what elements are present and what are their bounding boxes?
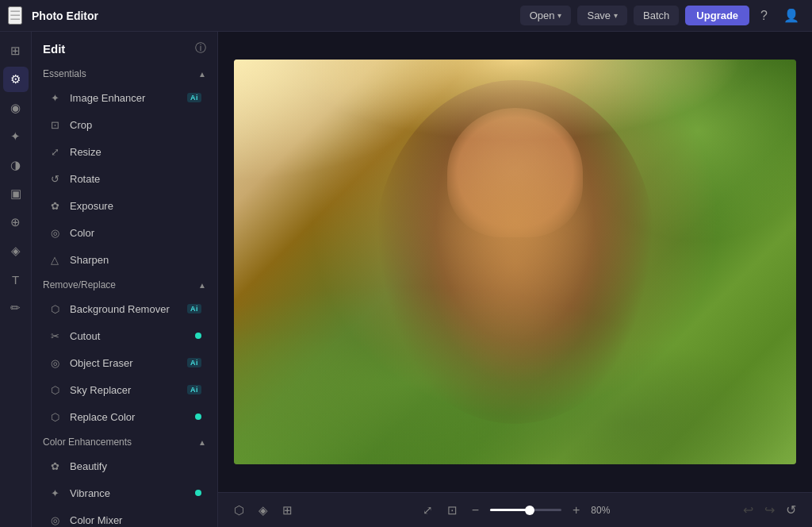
bottom-left-tools: ⬡ ◈ ⊞ bbox=[231, 500, 296, 521]
sidebar-item-replace-color[interactable]: ⬡ Replace Color bbox=[36, 404, 213, 429]
cutout-icon: ✂ bbox=[48, 329, 62, 343]
sidebar-item-cutout[interactable]: ✂ Cutout bbox=[36, 323, 213, 348]
color-enhancements-chevron-icon: ▲ bbox=[198, 438, 206, 447]
info-icon[interactable]: ⓘ bbox=[195, 41, 206, 56]
section-label-color-enhancements: Color Enhancements bbox=[43, 437, 132, 448]
rail-icon-adjustments[interactable]: ⚙ bbox=[3, 67, 29, 92]
canvas-area: ⬡ ◈ ⊞ ⤢ ⊡ − + 80% ↩ ↪ ↺ bbox=[218, 32, 812, 527]
section-label-essentials: Essentials bbox=[43, 68, 86, 79]
rail-icon-effects[interactable]: ✦ bbox=[3, 124, 29, 149]
background-remover-icon: ⬡ bbox=[48, 302, 62, 316]
zoom-in-button[interactable]: + bbox=[569, 502, 583, 519]
section-header-color-enhancements[interactable]: Color Enhancements ▲ bbox=[32, 430, 217, 452]
sharpen-icon: △ bbox=[48, 252, 62, 267]
zoom-out-button[interactable]: − bbox=[469, 502, 482, 519]
rail-icon-eye[interactable]: ◉ bbox=[3, 95, 29, 121]
menu-icon-button[interactable]: ☰ bbox=[8, 6, 22, 25]
object-eraser-icon: ◎ bbox=[48, 356, 62, 370]
zoom-controls: ⤢ ⊡ − + 80% bbox=[419, 500, 617, 521]
sidebar-item-background-remover[interactable]: ⬡ Background Remover Ai bbox=[36, 296, 213, 321]
color-mixer-icon: ◎ bbox=[48, 513, 62, 527]
help-icon-button[interactable]: ? bbox=[756, 6, 772, 26]
save-button[interactable]: Save ▾ bbox=[577, 6, 627, 25]
color-icon: ◎ bbox=[48, 225, 62, 240]
redo-button[interactable]: ↪ bbox=[761, 499, 778, 521]
vibrance-dot-badge bbox=[195, 490, 201, 496]
replace-color-dot-badge bbox=[195, 414, 201, 420]
rail-icon-text[interactable]: T bbox=[3, 267, 29, 292]
photo-image bbox=[234, 60, 796, 464]
background-remover-ai-badge: Ai bbox=[187, 304, 201, 314]
object-eraser-label: Object Eraser bbox=[70, 357, 179, 369]
topbar: ☰ Photo Editor Open ▾ Save ▾ Batch Upgra… bbox=[0, 0, 812, 32]
rail-icon-draw[interactable]: ✏ bbox=[3, 295, 29, 321]
shape-tool-icon[interactable]: ◈ bbox=[255, 500, 271, 521]
vibrance-label: Vibrance bbox=[70, 487, 187, 499]
sidebar-item-color[interactable]: ◎ Color bbox=[36, 220, 213, 245]
replace-color-icon: ⬡ bbox=[48, 410, 62, 424]
account-icon-button[interactable]: 👤 bbox=[779, 5, 804, 26]
zoom-slider-fill bbox=[490, 509, 530, 511]
exposure-icon: ✿ bbox=[48, 198, 62, 213]
image-enhancer-icon: ✦ bbox=[48, 90, 62, 105]
history-button[interactable]: ↺ bbox=[783, 499, 799, 521]
zoom-slider[interactable] bbox=[490, 509, 561, 511]
rail-icon-layers[interactable]: ⊞ bbox=[3, 38, 29, 63]
sidebar-item-exposure[interactable]: ✿ Exposure bbox=[36, 193, 213, 218]
rail-icon-frames[interactable]: ▣ bbox=[3, 181, 29, 206]
undo-button[interactable]: ↩ bbox=[740, 499, 756, 521]
resize-label: Resize bbox=[70, 146, 201, 158]
rail-icon-people[interactable]: ⊕ bbox=[3, 210, 29, 235]
sidebar-item-image-enhancer[interactable]: ✦ Image Enhancer Ai bbox=[36, 85, 213, 110]
section-label-remove-replace: Remove/Replace bbox=[43, 279, 116, 290]
crop-label: Crop bbox=[70, 119, 201, 131]
crop-icon: ⊡ bbox=[48, 117, 62, 132]
sidebar-panel: Edit ⓘ Essentials ▲ ✦ Image Enhancer Ai … bbox=[32, 32, 218, 527]
essentials-chevron-icon: ▲ bbox=[198, 70, 206, 79]
rail-icon-stickers[interactable]: ◈ bbox=[3, 238, 29, 264]
sidebar-item-sharpen[interactable]: △ Sharpen bbox=[36, 247, 213, 272]
canvas-wrapper bbox=[218, 32, 812, 492]
rail-icon-mask[interactable]: ◑ bbox=[3, 152, 29, 178]
sky-replacer-icon: ⬡ bbox=[48, 383, 62, 397]
background-remover-label: Background Remover bbox=[70, 303, 179, 315]
expand-view-icon[interactable]: ⊡ bbox=[444, 500, 461, 521]
image-enhancer-ai-badge: Ai bbox=[187, 93, 201, 102]
zoom-percent-label: 80% bbox=[591, 505, 616, 516]
sky-replacer-ai-badge: Ai bbox=[187, 385, 201, 394]
vibrance-icon: ✦ bbox=[48, 486, 62, 500]
batch-button[interactable]: Batch bbox=[634, 6, 679, 25]
sidebar-item-resize[interactable]: ⤢ Resize bbox=[36, 139, 213, 164]
portrait-overlay bbox=[234, 60, 796, 464]
sidebar-item-vibrance[interactable]: ✦ Vibrance bbox=[36, 480, 213, 506]
sidebar-item-beautify[interactable]: ✿ Beautify bbox=[36, 453, 213, 479]
upgrade-button[interactable]: Upgrade bbox=[685, 6, 749, 25]
rotate-icon: ↺ bbox=[48, 171, 62, 186]
cutout-label: Cutout bbox=[70, 330, 187, 342]
exposure-label: Exposure bbox=[70, 200, 201, 212]
sidebar-item-rotate[interactable]: ↺ Rotate bbox=[36, 166, 213, 191]
color-label: Color bbox=[70, 227, 201, 239]
photo-canvas[interactable] bbox=[234, 60, 796, 464]
fit-view-icon[interactable]: ⤢ bbox=[419, 500, 436, 521]
icon-rail: ⊞ ⚙ ◉ ✦ ◑ ▣ ⊕ ◈ T ✏ bbox=[0, 32, 32, 527]
sharpen-label: Sharpen bbox=[70, 254, 201, 266]
sidebar-title: Edit bbox=[43, 42, 65, 56]
sidebar-item-crop[interactable]: ⊡ Crop bbox=[36, 112, 213, 137]
sidebar-header: Edit ⓘ bbox=[32, 32, 217, 62]
open-button[interactable]: Open ▾ bbox=[520, 6, 572, 25]
brush-tool-icon[interactable]: ⬡ bbox=[231, 500, 247, 521]
sidebar-item-object-eraser[interactable]: ◎ Object Eraser Ai bbox=[36, 350, 213, 375]
image-enhancer-label: Image Enhancer bbox=[70, 92, 179, 104]
bottom-bar: ⬡ ◈ ⊞ ⤢ ⊡ − + 80% ↩ ↪ ↺ bbox=[218, 492, 812, 527]
sidebar-item-sky-replacer[interactable]: ⬡ Sky Replacer Ai bbox=[36, 377, 213, 402]
grid-tool-icon[interactable]: ⊞ bbox=[279, 500, 296, 521]
object-eraser-ai-badge: Ai bbox=[187, 358, 201, 367]
sky-replacer-label: Sky Replacer bbox=[70, 384, 179, 396]
remove-replace-chevron-icon: ▲ bbox=[198, 281, 206, 290]
color-mixer-label: Color Mixer bbox=[70, 514, 201, 526]
sidebar-item-color-mixer[interactable]: ◎ Color Mixer bbox=[36, 507, 213, 527]
open-chevron-icon: ▾ bbox=[557, 11, 561, 20]
section-header-remove-replace[interactable]: Remove/Replace ▲ bbox=[32, 273, 217, 295]
section-header-essentials[interactable]: Essentials ▲ bbox=[32, 62, 217, 84]
